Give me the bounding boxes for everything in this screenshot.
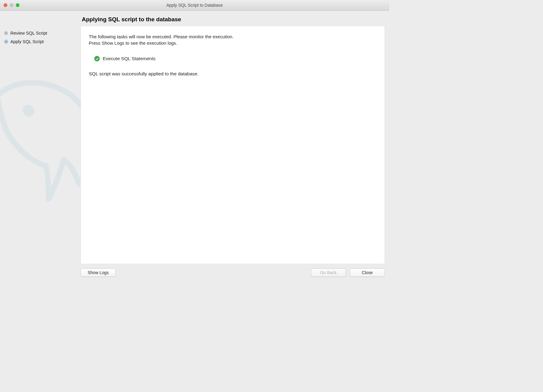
content-pane: The following tasks will now be executed…: [81, 26, 385, 264]
wizard-sidebar: Review SQL Script Apply SQL Script: [0, 11, 81, 281]
page-title: Applying SQL script to the database: [82, 16, 385, 23]
go-back-button: Go Back: [311, 268, 346, 277]
wizard-step-review[interactable]: Review SQL Script: [0, 29, 81, 37]
show-logs-button[interactable]: Show Logs: [81, 268, 116, 277]
intro-text-line1: The following tasks will now be executed…: [89, 33, 377, 40]
wizard-step-label: Apply SQL Script: [10, 39, 44, 44]
minimize-window-icon[interactable]: [10, 3, 13, 7]
window-title: Apply SQL Script to Database: [0, 3, 389, 8]
close-window-icon[interactable]: [4, 3, 7, 7]
close-button[interactable]: Close: [350, 268, 385, 277]
task-row: Execute SQL Statements: [94, 56, 377, 61]
dialog-body: Review SQL Script Apply SQL Script Apply…: [0, 11, 389, 281]
result-text: SQL script was successfully applied to t…: [89, 71, 377, 77]
window-controls: [4, 3, 19, 7]
success-check-icon: [94, 56, 100, 61]
maximize-window-icon[interactable]: [16, 3, 19, 7]
wizard-step-apply[interactable]: Apply SQL Script: [0, 37, 81, 46]
step-bullet-icon: [4, 31, 8, 35]
titlebar: Apply SQL Script to Database: [0, 0, 389, 11]
task-label: Execute SQL Statements: [103, 56, 155, 61]
intro-text-line2: Press Show Logs to see the execution log…: [89, 40, 377, 46]
button-row: Show Logs Go Back Close: [81, 268, 385, 277]
main-panel: Applying SQL script to the database The …: [81, 11, 389, 281]
step-bullet-icon: [4, 40, 8, 43]
wizard-step-label: Review SQL Script: [10, 31, 47, 36]
mysql-dolphin-icon: [0, 74, 81, 202]
